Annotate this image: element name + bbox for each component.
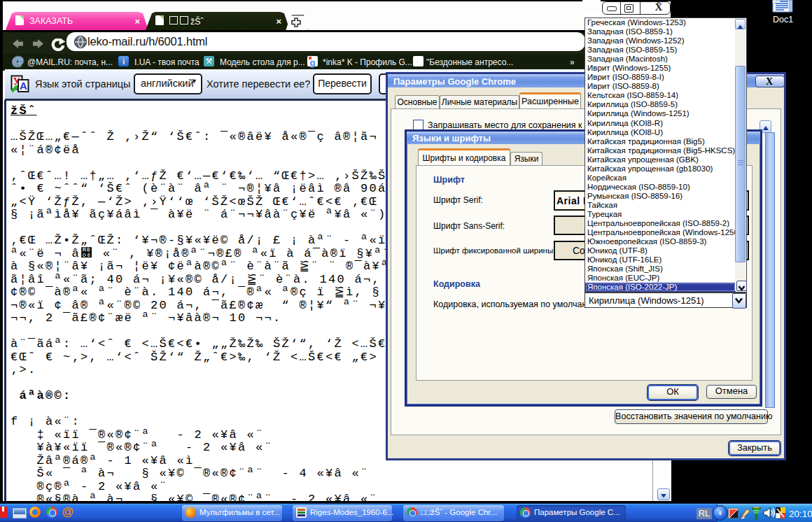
svg-text:A: A (20, 80, 27, 92)
